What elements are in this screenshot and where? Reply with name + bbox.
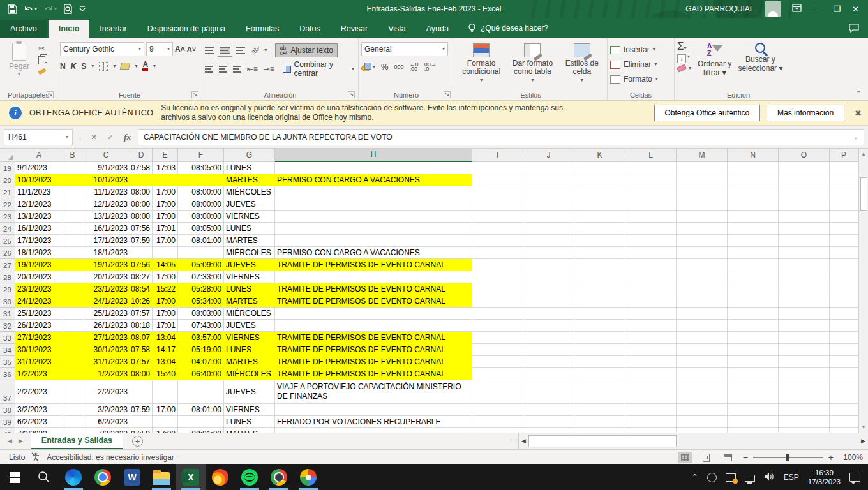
- cell-D31[interactable]: 07:57: [130, 308, 153, 320]
- cell-N25[interactable]: [728, 235, 779, 247]
- cell-P32[interactable]: [830, 320, 858, 332]
- cell-I21[interactable]: [472, 186, 523, 198]
- cell-P37[interactable]: [830, 380, 858, 404]
- sheet-nav-right-icon[interactable]: ▶: [19, 438, 23, 444]
- scroll-up-icon[interactable]: ▲: [859, 149, 868, 160]
- cell-F30[interactable]: 05:34:00: [178, 295, 224, 308]
- column-header-I[interactable]: I: [472, 149, 523, 162]
- network-icon[interactable]: [745, 475, 755, 482]
- cell-E24[interactable]: 17:01: [153, 223, 178, 235]
- cell-H33[interactable]: TRAMITE DE PERMISOS DE EVENTO CARNAL: [275, 332, 472, 344]
- cell-I19[interactable]: [472, 162, 523, 174]
- cell-C19[interactable]: 9/1/2023: [82, 162, 130, 174]
- cell-L39[interactable]: [625, 416, 677, 428]
- decrease-decimal-icon[interactable]: 00→,0: [424, 63, 437, 71]
- zoom-out-icon[interactable]: −: [743, 452, 748, 463]
- cell-J33[interactable]: [523, 332, 574, 344]
- cell-D39[interactable]: [130, 416, 153, 428]
- cell-F19[interactable]: 08:05:00: [178, 162, 224, 174]
- cell-M35[interactable]: [677, 356, 728, 368]
- cell-G20[interactable]: MARTES: [224, 174, 275, 186]
- row-header-36[interactable]: 36: [0, 368, 15, 380]
- cell-J39[interactable]: [523, 416, 574, 428]
- cell-L25[interactable]: [625, 235, 677, 247]
- cell-J29[interactable]: [523, 283, 574, 295]
- cell-D29[interactable]: 08:54: [130, 283, 153, 295]
- cell-P28[interactable]: [830, 271, 858, 283]
- page-layout-view-icon[interactable]: [700, 452, 714, 463]
- cell-G24[interactable]: LUNES: [224, 223, 275, 235]
- cell-G35[interactable]: MARTES: [224, 356, 275, 368]
- underline-button[interactable]: S: [81, 62, 86, 71]
- number-dialog-launcher[interactable]: ↘: [444, 91, 451, 98]
- restore-button[interactable]: ❐: [833, 4, 841, 14]
- tray-expand-icon[interactable]: ⌃: [692, 473, 698, 482]
- taskbar-search-icon[interactable]: [29, 464, 59, 490]
- taskbar-firefox-icon[interactable]: [206, 464, 235, 490]
- cell-M40[interactable]: [677, 428, 728, 433]
- cell-K31[interactable]: [574, 308, 625, 320]
- cell-E37[interactable]: [153, 380, 178, 404]
- grow-font-icon[interactable]: A˄: [175, 45, 185, 54]
- cell-C26[interactable]: 18/1/2023: [82, 247, 130, 259]
- cell-P25[interactable]: [830, 235, 858, 247]
- scroll-left-icon[interactable]: ◀: [519, 438, 528, 444]
- cell-A34[interactable]: 30/1/2023: [15, 344, 63, 356]
- format-as-table-button[interactable]: Dar formato como tabla▾: [508, 40, 557, 83]
- cell-A23[interactable]: 13/1/2023: [15, 211, 63, 223]
- cell-J37[interactable]: [523, 380, 574, 404]
- ribbon-tab-f-rmulas[interactable]: Fórmulas: [236, 20, 289, 38]
- cell-F27[interactable]: 05:09:00: [178, 259, 224, 271]
- cell-G23[interactable]: VIERNES: [224, 211, 275, 223]
- percent-style-icon[interactable]: %: [381, 62, 389, 71]
- ribbon-tab-insertar[interactable]: Insertar: [89, 20, 137, 38]
- cell-C32[interactable]: 26/1/2023: [82, 320, 130, 332]
- cell-L32[interactable]: [625, 320, 677, 332]
- cell-B31[interactable]: [63, 308, 82, 320]
- cell-C37[interactable]: 2/2/2023: [82, 380, 130, 404]
- clipboard-dialog-launcher[interactable]: ↘: [47, 91, 54, 98]
- cell-P35[interactable]: [830, 356, 858, 368]
- cell-K29[interactable]: [574, 283, 625, 295]
- cell-E22[interactable]: 17:00: [153, 198, 178, 211]
- cell-I35[interactable]: [472, 356, 523, 368]
- cell-N32[interactable]: [728, 320, 779, 332]
- cell-A30[interactable]: 24/1/2023: [15, 295, 63, 308]
- cell-F37[interactable]: [178, 380, 224, 404]
- cell-L31[interactable]: [625, 308, 677, 320]
- enter-entry-icon[interactable]: ✓: [104, 133, 117, 142]
- column-header-H[interactable]: H: [275, 149, 472, 162]
- font-dialog-launcher[interactable]: ↘: [191, 91, 198, 98]
- increase-indent-icon[interactable]: ⇥≡: [264, 64, 274, 73]
- cell-H22[interactable]: [275, 198, 472, 211]
- cell-N37[interactable]: [728, 380, 779, 404]
- undo-button[interactable]: ▾: [24, 4, 37, 13]
- cell-B27[interactable]: [63, 259, 82, 271]
- cell-K23[interactable]: [574, 211, 625, 223]
- cell-I23[interactable]: [472, 211, 523, 223]
- cell-J19[interactable]: [523, 162, 574, 174]
- cell-M34[interactable]: [677, 344, 728, 356]
- cell-F39[interactable]: [178, 416, 224, 428]
- cell-C24[interactable]: 16/1/2023: [82, 223, 130, 235]
- taskbar-word-icon[interactable]: W: [117, 464, 147, 490]
- cell-A40[interactable]: 7/2/2023: [15, 428, 63, 433]
- cell-K33[interactable]: [574, 332, 625, 344]
- cell-P40[interactable]: [830, 428, 858, 433]
- cell-G33[interactable]: VIERNES: [224, 332, 275, 344]
- print-preview-button[interactable]: [63, 4, 73, 14]
- cell-C35[interactable]: 31/1/2023: [82, 356, 130, 368]
- cell-P27[interactable]: [830, 259, 858, 271]
- cell-C38[interactable]: 3/2/2023: [82, 404, 130, 416]
- cell-K22[interactable]: [574, 198, 625, 211]
- row-header-35[interactable]: 35: [0, 356, 15, 368]
- cell-C28[interactable]: 20/1/2023: [82, 271, 130, 283]
- cell-A39[interactable]: 6/2/2023: [15, 416, 63, 428]
- cell-M31[interactable]: [677, 308, 728, 320]
- cell-O25[interactable]: [779, 235, 830, 247]
- page-break-view-icon[interactable]: [721, 452, 735, 463]
- cell-D40[interactable]: 07:59: [130, 428, 153, 433]
- cell-J23[interactable]: [523, 211, 574, 223]
- cell-P30[interactable]: [830, 295, 858, 308]
- cell-B36[interactable]: [63, 368, 82, 380]
